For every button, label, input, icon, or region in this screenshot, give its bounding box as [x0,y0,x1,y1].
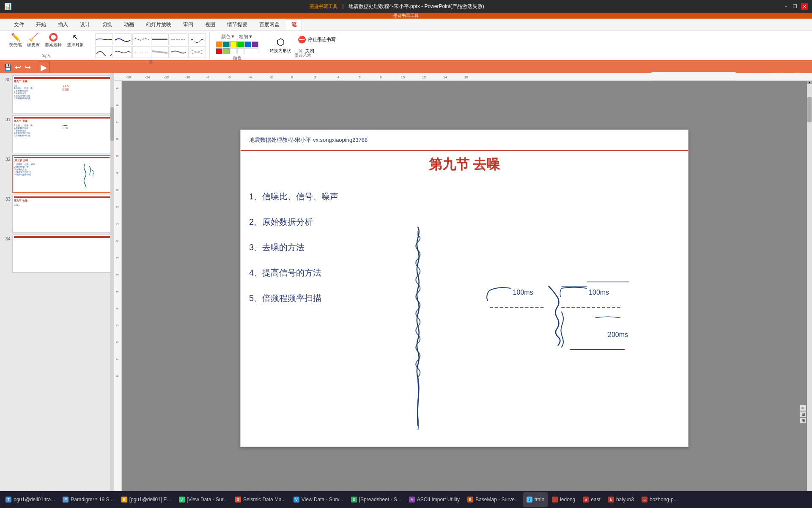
tab-view[interactable]: 视图 [200,19,221,30]
taskbar-icon-0: T [5,497,11,502]
slide-img-32[interactable]: 第九节 去噪 1.信噪比、信号、噪声 2.原始数据分析 3.去噪的方法 4.提高… [12,155,112,193]
color-swatch-green[interactable] [237,41,244,47]
slide-img-34[interactable] [12,235,112,273]
taskbar-item-east[interactable]: e east [579,492,604,507]
taskbar-item-baiyun3[interactable]: b baiyun3 [605,492,637,507]
color-swatch-orange[interactable] [216,41,222,47]
svg-text:6: 6 [115,341,119,343]
convert-shape-button[interactable]: ⬡ 转换为形状 [268,36,293,55]
ribbon: 墨迹书写工具 🔍 文件 开始 插入 设计 切换 动画 幻灯片放映 审阅 视图 情… [0,13,812,61]
lasso-button[interactable]: ⭕ 套索选择 [43,32,63,49]
slide-thumb-32[interactable]: 32 第九节 去噪 1.信噪比、信号、噪声 2.原始数据分析 3.去噪的方法 4… [2,155,112,193]
tab-review[interactable]: 审阅 [178,19,199,30]
color-swatch-yellow[interactable] [230,41,237,47]
tab-storyboard[interactable]: 情节提要 [222,19,253,30]
color-swatch-empty2[interactable] [237,48,244,54]
context-tab-label: 墨迹书写工具 [310,4,337,9]
minimize-button[interactable]: － [782,3,789,10]
svg-text:14: 14 [443,75,447,79]
stroke-btn-1[interactable] [95,33,113,45]
tab-transitions[interactable]: 切换 [96,19,118,30]
tab-insert[interactable]: 插入 [52,19,74,30]
select-object-button[interactable]: ↖ 选择对象 [65,32,85,49]
color-swatch-green2[interactable] [223,48,230,54]
taskbar-item-3[interactable]: V [View Data - Sur... [176,492,231,507]
taskbar-label-1: Paradigm™ 19 S... [71,497,113,502]
slide-thumb-33[interactable]: 33 第九节 去噪 内容... [2,195,112,233]
ribbon-group-convert: ⬡ 转换为形状 ⛔ 停止墨迹书写 ✕ 关闭 墨迹艺术 [265,32,341,59]
tab-animations[interactable]: 动画 [118,19,140,30]
slide-panel-scrollbar[interactable] [110,73,114,502]
view-mode-1[interactable]: ⊟ [800,411,806,417]
restore-button[interactable]: ❐ [792,3,798,10]
color-swatch-empty3[interactable] [244,48,251,54]
slide-img-30[interactable]: 第九节 去噪 5点 1.信噪比、信号、噪 2.原始数据分析 3.去噪的方法 4.… [12,75,112,113]
present-button[interactable]: ▶ [38,61,50,74]
tab-baidu[interactable]: 百度网盘 [254,19,285,30]
fit-page-button[interactable]: ≡ [800,405,806,411]
color-swatch-red2[interactable] [216,48,222,54]
taskbar-item-8[interactable]: B BaseMap - Surve... [464,492,522,507]
taskbar-item-2[interactable]: E [pgu1@dell01] E... [118,492,175,507]
taskbar-icon-ledong: l [552,497,558,502]
taskbar-item-train[interactable]: t train [523,492,548,507]
close-button[interactable]: ✕ [801,3,808,10]
stroke-btn-11[interactable] [170,46,187,58]
color-swatch-purple[interactable] [252,41,258,47]
main-area: 30 第九节 去噪 5点 1.信噪比、信号、噪 2.原始数据分析 3.去噪的方法… [0,73,812,502]
stroke-btn-10[interactable] [151,46,169,58]
stroke-btn-12[interactable] [188,46,206,58]
pen-tool-button[interactable]: ✏️ 荧光笔 [8,32,24,49]
stroke-btn-3[interactable] [132,33,150,45]
redo-qa-button[interactable]: ↪ [25,63,31,72]
eraser-label: 橡皮擦 [27,42,40,48]
svg-text:-12: -12 [164,75,169,79]
separator: | [343,3,344,9]
tab-slideshow[interactable]: 幻灯片放映 [140,19,177,30]
taskbar-icon-bozhong: b [642,497,647,502]
view-mode-2[interactable]: ⊞ [800,418,806,423]
write-in-items: ✏️ 荧光笔 🧹 橡皮擦 ⭕ 套索选择 ↖ 选择对象 [8,32,85,49]
stroke-btn-8[interactable] [114,46,132,58]
slide-title: 第九节 去噪 [241,155,688,174]
tab-pen[interactable]: 笔 [286,19,302,30]
tab-file[interactable]: 文件 [8,19,30,30]
slide-thumb-34[interactable]: 34 [2,235,112,273]
taskbar-item-7[interactable]: A ASCII Import Utility [406,492,463,507]
stroke-btn-2[interactable] [114,33,132,45]
color-label: 颜色▼ 粗细▼ [221,33,253,40]
slide-panel-scrollbar-thumb[interactable] [110,107,114,141]
slide-img-33[interactable]: 第九节 去噪 内容... [12,195,112,233]
taskbar-item-0[interactable]: T pgu1@dell01:tra... [2,492,58,507]
taskbar-item-ledong[interactable]: l ledong [549,492,579,507]
color-swatch-empty1[interactable] [230,48,237,54]
tab-design[interactable]: 设计 [74,19,96,30]
eraser-button[interactable]: 🧹 橡皮擦 [25,32,41,49]
taskbar-item-5[interactable]: V View Data - Surv... [290,492,347,507]
stroke-btn-9[interactable] [132,46,150,58]
color-swatch-empty4[interactable] [252,48,258,54]
stroke-btn-4[interactable] [151,33,169,45]
slide-thumb-30[interactable]: 30 第九节 去噪 5点 1.信噪比、信号、噪 2.原始数据分析 3.去噪的方法… [2,75,112,113]
save-qa-button[interactable]: 💾 [4,64,11,71]
scroll-thumb[interactable] [807,97,812,122]
taskbar-item-1[interactable]: P Paradigm™ 19 S... [59,492,117,507]
slide-thumb-31[interactable]: 31 第九节 去噪 1.信噪比、信号、噪 2.原始数据分析 3.去噪的方法 4.… [2,115,112,153]
slide-img-31[interactable]: 第九节 去噪 1.信噪比、信号、噪 2.原始数据分析 3.去噪的方法 4.提高信… [12,115,112,153]
taskbar-item-bozhong[interactable]: b bozhong-p... [638,492,681,507]
vertical-scrollbar[interactable]: ▲ ▼ [807,81,812,496]
present-btn-area: ▶ [38,61,50,74]
tab-start[interactable]: 开始 [30,19,52,30]
select-label: 选择对象 [67,42,84,48]
scroll-up-button[interactable]: ▲ [807,81,812,84]
taskbar-item-4[interactable]: S Seismic Data Ma... [232,492,289,507]
taskbar-label-2: [pgu1@dell01] E... [129,497,171,502]
undo-qa-button[interactable]: ↩ [15,63,21,72]
stop-ink-button[interactable]: ⛔ 停止墨迹书写 [296,35,337,44]
stroke-btn-5[interactable] [170,33,187,45]
color-swatch-blue2[interactable] [244,41,251,47]
stroke-btn-6[interactable] [188,33,206,45]
taskbar-item-6[interactable]: S [Spreadsheet - S... [348,492,405,507]
color-swatch-teal[interactable] [223,41,230,47]
stroke-btn-7[interactable] [95,46,113,58]
